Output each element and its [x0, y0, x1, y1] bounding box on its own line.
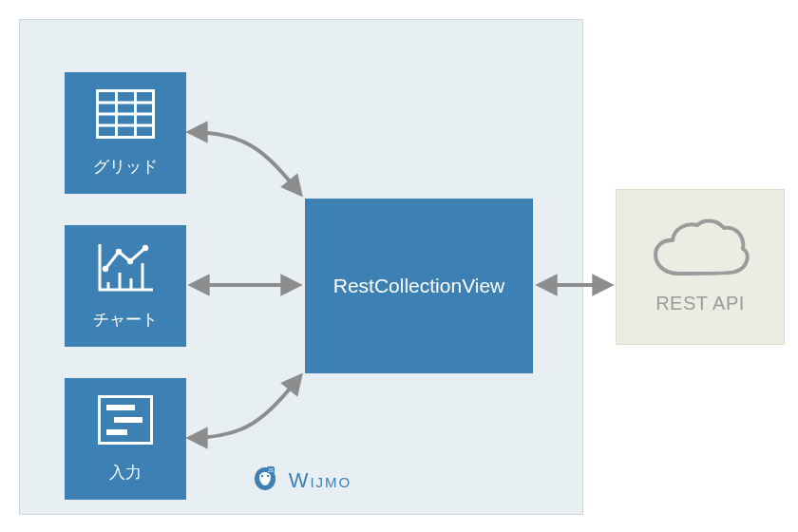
connections-layer	[0, 0, 798, 532]
arrow-input-center	[190, 376, 300, 438]
diagram-canvas: グリッド	[0, 0, 798, 532]
arrow-grid-center	[190, 132, 300, 194]
